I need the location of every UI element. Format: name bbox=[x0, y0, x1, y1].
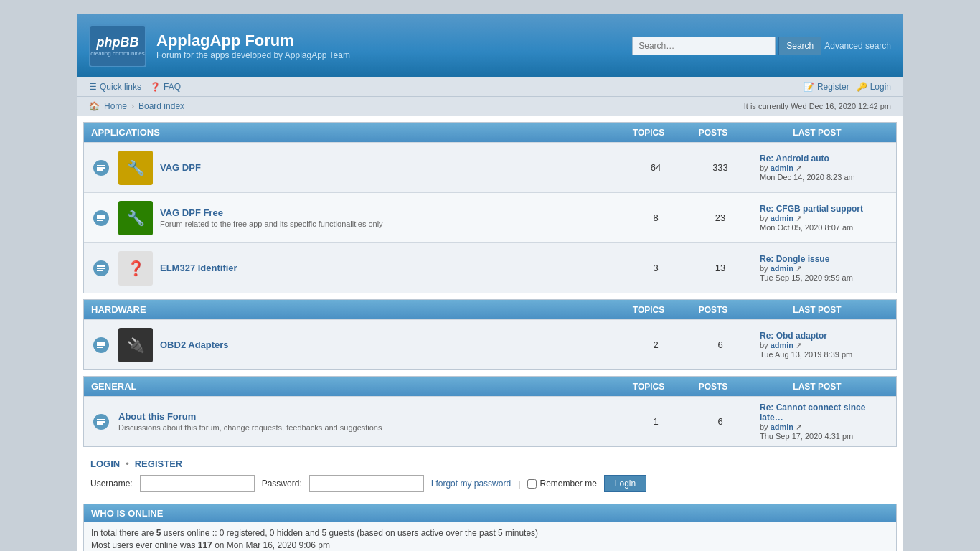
obd2-lastpost-date: Tue Aug 13, 2019 8:39 pm bbox=[760, 350, 889, 359]
obd2-poster: by admin ↗ bbox=[760, 341, 889, 350]
elm-poster: by admin ↗ bbox=[760, 264, 889, 273]
view-icon: ↗ bbox=[796, 264, 802, 273]
vagdpf-lastpost-date: Mon Dec 14, 2020 8:23 am bbox=[760, 173, 889, 182]
timestamp: It is currently Wed Dec 16, 2020 12:42 p… bbox=[744, 102, 891, 110]
vagdpffree-link[interactable]: VAG DPF Free bbox=[160, 207, 223, 218]
forum-left: 🔌 OBD2 Adapters bbox=[84, 322, 623, 368]
search-box: Search Advanced search bbox=[632, 37, 891, 55]
who-online-max-prefix: Most users ever online was bbox=[91, 540, 195, 550]
faq-icon: ❓ bbox=[150, 82, 161, 92]
breadcrumb-separator: › bbox=[131, 101, 134, 111]
quick-links[interactable]: ☰ Quick links bbox=[89, 82, 141, 92]
vagdpffree-lastpost-date: Mon Oct 05, 2020 8:07 am bbox=[760, 223, 889, 232]
forum-info: About this Forum Discussions about this … bbox=[118, 411, 382, 432]
register-title-link[interactable]: REGISTER bbox=[135, 458, 182, 469]
forum-left: About this Forum Discussions about this … bbox=[84, 405, 623, 438]
elm-link[interactable]: ELM327 Identifier bbox=[160, 263, 237, 273]
applications-section-header: APPLICATIONS TOPICS POSTS LAST POST bbox=[84, 123, 896, 142]
vagdpf-lastpost-link[interactable]: Re: Android auto bbox=[760, 154, 829, 164]
forum-status-icon bbox=[91, 335, 111, 355]
search-input[interactable] bbox=[632, 37, 776, 55]
view-icon: ↗ bbox=[796, 423, 802, 431]
elm-lastpost-link[interactable]: Re: Dongle issue bbox=[760, 254, 829, 264]
register-label: Register bbox=[817, 82, 849, 92]
vagdpffree-poster-link[interactable]: admin bbox=[771, 214, 793, 222]
forum-thumbnail: ❓ bbox=[118, 251, 153, 286]
about-forum-poster-link[interactable]: admin bbox=[771, 423, 793, 431]
home-icon: 🏠 bbox=[89, 101, 100, 111]
general-section-header: GENERAL TOPICS POSTS LAST POST bbox=[84, 377, 896, 396]
obd2-lastpost-link[interactable]: Re: Obd adaptor bbox=[760, 331, 827, 341]
applications-lastpost-header: LAST POST bbox=[745, 128, 889, 138]
who-online-stats-prefix: In total there are bbox=[91, 528, 154, 538]
login-separator: • bbox=[126, 458, 129, 469]
about-forum-lastpost-link[interactable]: Re: Cannot connect since late… bbox=[760, 402, 865, 423]
obd2-link[interactable]: OBD2 Adapters bbox=[160, 339, 229, 350]
vagdpf-poster-link[interactable]: admin bbox=[771, 164, 793, 172]
quick-links-icon: ☰ bbox=[89, 82, 97, 92]
login-link[interactable]: 🔑 Login bbox=[857, 82, 891, 92]
register-link[interactable]: 📝 Register bbox=[804, 82, 849, 92]
about-forum-link[interactable]: About this Forum bbox=[118, 411, 196, 422]
password-input[interactable] bbox=[309, 475, 424, 492]
elm-lastpost: Re: Dongle issue by admin ↗ Tue Sep 15, … bbox=[753, 250, 896, 286]
hardware-topics-header: TOPICS bbox=[616, 305, 681, 315]
home-link[interactable]: Home bbox=[104, 101, 127, 111]
header-title: ApplagApp Forum Forum for the apps devel… bbox=[156, 32, 350, 60]
forgot-password-link[interactable]: I forgot my password bbox=[431, 479, 511, 489]
vagdpffree-lastpost-link[interactable]: Re: CFGB partial support bbox=[760, 204, 863, 214]
who-online-body: In total there are 5 users online :: 0 r… bbox=[84, 522, 896, 551]
obd2-posts: 6 bbox=[688, 334, 753, 356]
vagdpf-link[interactable]: VAG DPF bbox=[160, 162, 201, 173]
general-topics-header: TOPICS bbox=[616, 382, 681, 392]
forum-thumbnail: 🔌 bbox=[118, 328, 153, 362]
vagdpf-topics: 64 bbox=[623, 156, 688, 179]
table-row: About this Forum Discussions about this … bbox=[84, 396, 896, 446]
view-icon: ↗ bbox=[796, 341, 802, 349]
logo-subtitle: creating communities bbox=[90, 50, 145, 57]
login-title-link[interactable]: LOGIN bbox=[90, 458, 120, 469]
applications-section-title: APPLICATIONS bbox=[91, 127, 616, 138]
who-online-stats-suffix: users online :: 0 registered, 0 hidden a… bbox=[164, 528, 538, 538]
vagdpffree-poster: by admin ↗ bbox=[760, 214, 889, 223]
obd2-poster-link[interactable]: admin bbox=[771, 341, 793, 349]
search-button[interactable]: Search bbox=[778, 37, 821, 55]
logo-text: phpBB bbox=[97, 35, 139, 50]
forum-thumbnail: 🔧 bbox=[118, 151, 153, 185]
applications-posts-header: POSTS bbox=[681, 128, 745, 138]
about-forum-poster: by admin ↗ bbox=[760, 423, 889, 432]
board-index-link[interactable]: Board index bbox=[138, 101, 184, 111]
applications-section: APPLICATIONS TOPICS POSTS LAST POST 🔧 VA… bbox=[83, 122, 897, 293]
quick-links-label: Quick links bbox=[100, 82, 141, 92]
forum-status-icon bbox=[91, 412, 111, 432]
about-forum-description: Discussions about this forum, change req… bbox=[118, 423, 382, 432]
header-left: phpBB creating communities ApplagApp For… bbox=[89, 24, 350, 67]
breadcrumb-bar: 🏠 Home › Board index It is currently Wed… bbox=[77, 97, 903, 116]
faq-link[interactable]: ❓ FAQ bbox=[150, 82, 181, 92]
remember-me-text: Remember me bbox=[540, 479, 596, 489]
pipe-separator: | bbox=[518, 479, 520, 489]
who-online-stats: In total there are 5 users online :: 0 r… bbox=[91, 528, 889, 538]
forum-left: 🔧 VAG DPF Free Forum related to the free… bbox=[84, 195, 623, 241]
login-submit-button[interactable] bbox=[604, 475, 646, 492]
table-row: ❓ ELM327 Identifier 3 13 Re: Dongle issu… bbox=[84, 242, 896, 293]
forum-thumbnail: 🔧 bbox=[118, 201, 153, 235]
table-row: 🔧 VAG DPF Free Forum related to the free… bbox=[84, 192, 896, 242]
elm-topics: 3 bbox=[623, 257, 688, 279]
vagdpffree-posts: 23 bbox=[688, 207, 753, 229]
who-online-max: Most users ever online was 117 on Mon Ma… bbox=[91, 540, 889, 550]
elm-poster-link[interactable]: admin bbox=[771, 264, 793, 273]
hardware-posts-header: POSTS bbox=[681, 305, 745, 315]
register-icon: 📝 bbox=[804, 82, 814, 92]
forum-info: VAG DPF bbox=[160, 162, 201, 173]
forum-status-icon bbox=[91, 158, 111, 178]
about-forum-posts: 6 bbox=[688, 410, 753, 433]
elm-lastpost-date: Tue Sep 15, 2020 9:59 am bbox=[760, 273, 889, 282]
username-input[interactable] bbox=[140, 475, 255, 492]
forum-status-icon bbox=[91, 208, 111, 228]
applications-topics-header: TOPICS bbox=[616, 128, 681, 138]
view-icon: ↗ bbox=[796, 214, 802, 222]
advanced-search-link[interactable]: Advanced search bbox=[824, 41, 891, 51]
vagdpf-poster: by admin ↗ bbox=[760, 164, 889, 173]
remember-me-checkbox[interactable] bbox=[527, 479, 537, 489]
